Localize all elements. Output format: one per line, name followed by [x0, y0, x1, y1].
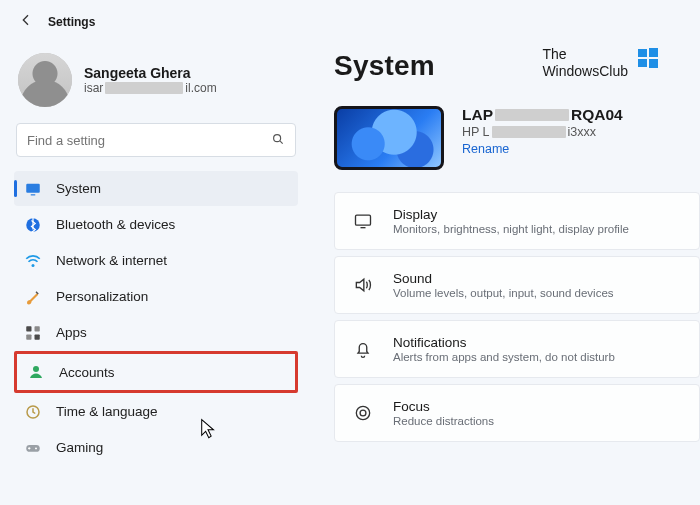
card-display[interactable]: Display Monitors, brightness, night ligh… [334, 192, 700, 250]
brush-icon [24, 288, 42, 306]
svg-point-19 [360, 410, 366, 416]
redacted-chip [105, 82, 183, 94]
svg-rect-6 [35, 326, 40, 331]
nav-list: System Bluetooth & devices Network & int… [14, 171, 298, 465]
search-icon [271, 132, 285, 149]
sound-icon [351, 275, 375, 295]
settings-cards: Display Monitors, brightness, night ligh… [334, 192, 700, 442]
card-title: Sound [393, 271, 614, 286]
redacted-chip [492, 126, 566, 138]
bell-icon [351, 339, 375, 359]
svg-point-9 [33, 366, 39, 372]
svg-rect-1 [26, 183, 40, 192]
card-subtitle: Reduce distractions [393, 415, 494, 427]
sidebar-item-label: Apps [56, 325, 87, 340]
sidebar-item-time[interactable]: Time & language [14, 394, 298, 429]
person-icon [27, 363, 45, 381]
wifi-icon [24, 252, 42, 270]
svg-rect-7 [26, 334, 31, 339]
desktop-preview[interactable] [334, 106, 444, 170]
device-model: HP Li3xxx [462, 125, 623, 139]
sidebar-item-bluetooth[interactable]: Bluetooth & devices [14, 207, 298, 242]
svg-rect-2 [31, 194, 36, 195]
search-box[interactable] [16, 123, 296, 157]
sidebar-item-network[interactable]: Network & internet [14, 243, 298, 278]
rename-link[interactable]: Rename [462, 142, 509, 156]
card-subtitle: Monitors, brightness, night light, displ… [393, 223, 629, 235]
avatar [18, 53, 72, 107]
sidebar-item-label: Personalization [56, 289, 148, 304]
bluetooth-icon [24, 216, 42, 234]
windows-logo-icon [636, 46, 660, 70]
profile-name: Sangeeta Ghera [84, 65, 217, 81]
sidebar-item-label: Time & language [56, 404, 158, 419]
apps-icon [24, 324, 42, 342]
sidebar: Settings Sangeeta Ghera isaril.com S [0, 0, 312, 505]
sidebar-item-personalization[interactable]: Personalization [14, 279, 298, 314]
device-name: LAPRQA04 [462, 106, 623, 124]
svg-point-18 [356, 406, 369, 419]
device-summary: LAPRQA04 HP Li3xxx Rename [334, 106, 700, 170]
titlebar: Settings [14, 12, 298, 31]
svg-point-12 [35, 447, 37, 449]
sidebar-item-label: System [56, 181, 101, 196]
main-panel: System The WindowsClub LAPRQA04 [312, 0, 700, 505]
brand-watermark: The WindowsClub [542, 46, 660, 80]
svg-rect-5 [26, 326, 31, 331]
card-subtitle: Alerts from apps and system, do not dist… [393, 351, 615, 363]
svg-rect-8 [35, 334, 40, 339]
profile-block[interactable]: Sangeeta Ghera isaril.com [18, 53, 294, 107]
card-sound[interactable]: Sound Volume levels, output, input, soun… [334, 256, 700, 314]
gaming-icon [24, 439, 42, 457]
sidebar-item-label: Gaming [56, 440, 103, 455]
sidebar-item-gaming[interactable]: Gaming [14, 430, 298, 465]
page-title: System [334, 50, 435, 82]
card-notifications[interactable]: Notifications Alerts from apps and syste… [334, 320, 700, 378]
profile-email: isaril.com [84, 81, 217, 95]
sidebar-item-apps[interactable]: Apps [14, 315, 298, 350]
redacted-chip [495, 109, 569, 121]
card-title: Focus [393, 399, 494, 414]
clock-globe-icon [24, 403, 42, 421]
focus-icon [351, 403, 375, 423]
svg-rect-15 [638, 59, 647, 67]
sidebar-item-label: Bluetooth & devices [56, 217, 175, 232]
search-input[interactable] [27, 133, 271, 148]
sidebar-item-label: Accounts [59, 365, 115, 380]
back-button[interactable] [18, 12, 34, 31]
sidebar-item-label: Network & internet [56, 253, 167, 268]
card-focus[interactable]: Focus Reduce distractions [334, 384, 700, 442]
card-title: Notifications [393, 335, 615, 350]
svg-rect-16 [649, 59, 658, 68]
window-title: Settings [48, 15, 95, 29]
card-subtitle: Volume levels, output, input, sound devi… [393, 287, 614, 299]
display-icon [351, 211, 375, 231]
svg-rect-14 [649, 48, 658, 57]
svg-rect-17 [356, 215, 371, 225]
svg-point-0 [274, 134, 281, 141]
sidebar-item-system[interactable]: System [14, 171, 298, 206]
svg-point-4 [32, 264, 35, 267]
sidebar-item-accounts[interactable]: Accounts [14, 351, 298, 393]
system-icon [24, 180, 42, 198]
svg-rect-13 [638, 49, 647, 57]
card-title: Display [393, 207, 629, 222]
